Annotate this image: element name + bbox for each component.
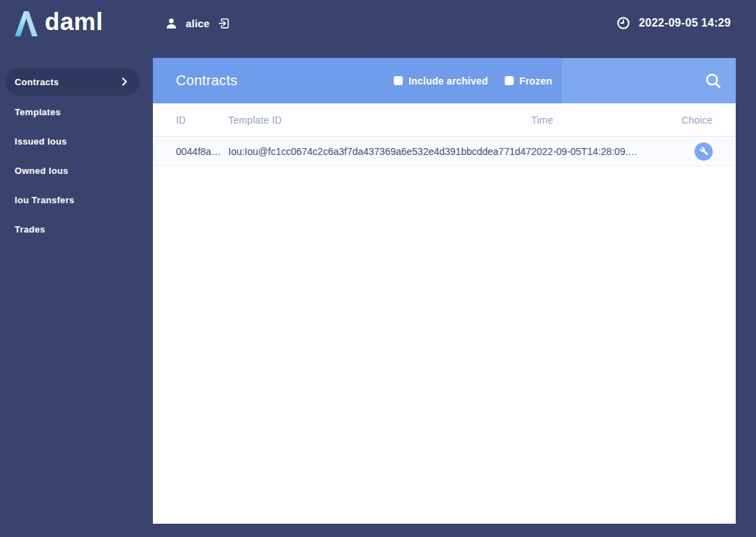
column-header-time[interactable]: Time	[531, 115, 671, 126]
time-cell: 2022-09-05T14:28:09.…	[531, 146, 671, 157]
page-title: Contracts	[176, 73, 237, 89]
wrench-icon	[699, 147, 709, 156]
column-header-template-id[interactable]: Template ID	[228, 115, 531, 126]
ledger-time-text: 2022-09-05 14:29	[639, 17, 731, 29]
user-icon	[165, 17, 178, 30]
filter-label: Include archived	[408, 75, 488, 87]
chevron-right-icon	[119, 76, 130, 87]
ledger-time: 2022-09-05 14:29	[616, 16, 731, 30]
user-name: alice	[186, 17, 209, 29]
template-id-cell: Iou:Iou@fc1cc0674c2c6a3f7da437369a6e532e…	[228, 146, 531, 157]
main-content: Contracts Include archived Frozen ID Tem…	[153, 58, 736, 524]
clock-icon	[616, 16, 630, 30]
user-block: alice	[165, 17, 230, 30]
search-input[interactable]	[548, 58, 704, 103]
search-box[interactable]	[562, 58, 736, 103]
sidebar-item-label: Iou Transfers	[15, 195, 75, 205]
sidebar-item-issued-ious[interactable]: Issued Ious	[6, 126, 140, 156]
sidebar-item-label: Trades	[15, 224, 45, 235]
choice-button[interactable]	[695, 142, 713, 161]
sidebar-item-label: Contracts	[15, 77, 59, 87]
sidebar-item-trades[interactable]: Trades	[6, 214, 140, 244]
contracts-header-bar: Contracts Include archived Frozen	[153, 58, 736, 103]
frozen-checkbox[interactable]	[505, 76, 514, 85]
sidebar: Contracts Templates Issued Ious Owned Io…	[6, 68, 140, 244]
logout-icon[interactable]	[217, 17, 230, 30]
column-header-choice[interactable]: Choice	[681, 115, 713, 126]
frozen-filter[interactable]: Frozen	[505, 75, 552, 87]
table-row[interactable]: 0044f8a… Iou:Iou@fc1cc0674c2c6a3f7da4373…	[153, 137, 736, 166]
column-header-id[interactable]: ID	[176, 115, 228, 126]
sidebar-item-label: Templates	[15, 107, 61, 117]
sidebar-item-label: Owned Ious	[15, 165, 68, 176]
search-icon	[704, 71, 723, 91]
filter-label: Frozen	[519, 75, 552, 87]
sidebar-item-iou-transfers[interactable]: Iou Transfers	[6, 185, 140, 214]
contract-id-cell: 0044f8a…	[176, 146, 228, 157]
app-logo: daml	[11, 8, 103, 38]
sidebar-item-owned-ious[interactable]: Owned Ious	[6, 156, 140, 185]
include-archived-checkbox[interactable]	[394, 76, 403, 85]
logo-text: daml	[45, 8, 103, 36]
sidebar-item-templates[interactable]: Templates	[6, 97, 140, 126]
sidebar-item-contracts[interactable]: Contracts	[6, 68, 140, 96]
daml-lambda-icon	[11, 8, 40, 38]
choice-cell	[695, 142, 713, 161]
sidebar-item-label: Issued Ious	[15, 136, 67, 147]
filters: Include archived Frozen	[394, 75, 552, 87]
table-header: ID Template ID Time Choice	[153, 103, 736, 137]
include-archived-filter[interactable]: Include archived	[394, 75, 488, 87]
